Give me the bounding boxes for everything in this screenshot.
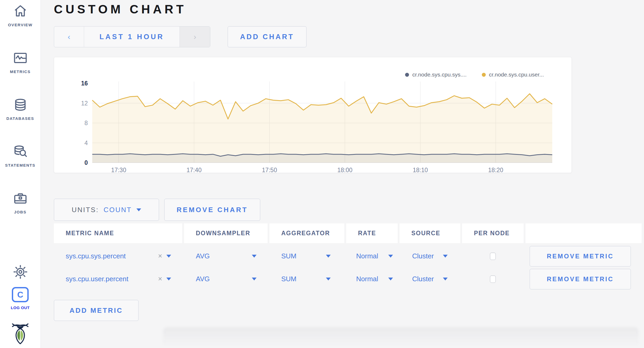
home-icon (13, 4, 28, 20)
per-node-checkbox[interactable] (490, 275, 496, 283)
aggregator-cell: SUM (269, 246, 344, 266)
source-cell: Cluster (400, 246, 460, 266)
settings-button[interactable] (0, 264, 40, 280)
cockroach-bug-icon (12, 323, 29, 346)
sidebar-item-metrics[interactable]: METRICS (0, 50, 40, 74)
legend-item-user[interactable]: cr.node.sys.cpu.user... (482, 71, 544, 78)
sidebar-item-label: OVERVIEW (8, 23, 32, 27)
chart-card: cr.node.sys.cpu.sys.... cr.node.sys.cpu.… (54, 57, 572, 173)
actions-cell: REMOVE METRIC (525, 269, 642, 289)
remove-metric-button[interactable]: REMOVE METRIC (530, 269, 631, 289)
metric-name-select[interactable]: × (158, 275, 182, 283)
column-header-aggregator: AGGREGATOR (269, 223, 344, 243)
clear-icon[interactable]: × (158, 252, 162, 260)
sidebar-item-statements[interactable]: STATEMENTS (0, 144, 40, 167)
chevron-down-icon (136, 208, 141, 211)
chevron-down-icon (443, 255, 448, 258)
time-range-next-button[interactable]: › (180, 27, 210, 47)
x-axis-tick-label: 18:00 (337, 167, 352, 173)
rate-value: Normal (356, 275, 378, 283)
chevron-right-icon: › (194, 32, 196, 41)
aggregator-value: SUM (281, 252, 297, 260)
remove-metric-button[interactable]: REMOVE METRIC (530, 246, 631, 267)
per-node-checkbox[interactable] (490, 253, 496, 260)
column-header-source: SOURCE (400, 223, 460, 243)
legend-label: cr.node.sys.cpu.user... (489, 71, 544, 78)
aggregator-select[interactable] (326, 255, 344, 258)
downsampler-select[interactable] (252, 278, 268, 280)
cockroachdb-logo[interactable] (0, 323, 40, 346)
x-axis-tick-label: 17:50 (262, 167, 277, 173)
column-header-actions (525, 223, 642, 243)
rate-cell: Normal (346, 269, 398, 289)
metric-name-value: sys.cpu.sys.percent (66, 252, 126, 260)
y-axis-tick-label: 0 (84, 159, 88, 166)
clear-icon[interactable]: × (158, 275, 162, 283)
add-metric-button[interactable]: ADD METRIC (54, 300, 139, 321)
aggregator-value: SUM (281, 275, 297, 283)
table-row: sys.cpu.user.percent × AVG SUM Normal (54, 269, 642, 289)
source-value: Cluster (412, 252, 434, 260)
chevron-down-icon (166, 255, 171, 258)
column-header-downsampler: DOWNSAMPLER (184, 223, 268, 243)
x-axis-tick-label: 18:20 (488, 167, 503, 173)
page-title: CUSTOM CHART (54, 2, 644, 16)
add-chart-button[interactable]: ADD CHART (228, 26, 306, 47)
aggregator-cell: SUM (269, 269, 344, 289)
time-range-prev-button[interactable]: ‹ (54, 27, 84, 47)
legend-dot-sys (405, 73, 409, 77)
rate-value: Normal (356, 252, 378, 260)
logout-label: LOG OUT (11, 305, 30, 310)
sidebar-item-overview[interactable]: OVERVIEW (0, 4, 40, 27)
sidebar-item-label: METRICS (10, 69, 31, 74)
statements-icon (13, 144, 28, 160)
legend-dot-user (482, 73, 486, 77)
downsampler-select[interactable] (252, 255, 268, 258)
series-area-sys (92, 154, 552, 163)
downsampler-cell: AVG (184, 269, 268, 289)
sidebar-item-jobs[interactable]: JOBS (0, 191, 40, 214)
metric-name-cell: sys.cpu.sys.percent × (54, 246, 182, 266)
metrics-icon (13, 50, 28, 66)
units-dropdown[interactable]: UNITS: COUNT (54, 199, 159, 221)
chevron-down-icon (326, 278, 331, 280)
chevron-down-icon (166, 278, 171, 280)
column-header-per-node: PER NODE (462, 223, 524, 243)
chart-legend: cr.node.sys.cpu.sys.... cr.node.sys.cpu.… (405, 71, 544, 78)
app-window: OVERVIEW METRICS DATABASES (0, 0, 644, 348)
chevron-down-icon (388, 278, 393, 280)
toolbar: ‹ LAST 1 HOUR › ADD CHART (54, 26, 644, 47)
source-select[interactable] (443, 255, 460, 258)
rate-select[interactable] (388, 255, 398, 258)
x-axis-tick-label: 17:40 (187, 167, 202, 173)
series-area-user (92, 94, 552, 163)
y-axis-tick-label: 4 (84, 140, 88, 146)
chart-options-row: UNITS: COUNT REMOVE CHART (54, 199, 644, 221)
time-range-dropdown[interactable]: LAST 1 HOUR (84, 27, 180, 47)
chevron-down-icon (388, 255, 393, 258)
cockroach-monogram-icon: C (12, 287, 29, 302)
source-select[interactable] (443, 278, 460, 280)
x-axis-tick-label: 18:10 (413, 167, 428, 173)
actions-cell: REMOVE METRIC (525, 246, 642, 266)
rate-select[interactable] (388, 278, 398, 280)
metric-name-select[interactable]: × (158, 252, 182, 260)
chevron-down-icon (443, 278, 448, 280)
metric-name-cell: sys.cpu.user.percent × (54, 269, 182, 289)
chevron-down-icon (252, 278, 257, 280)
sidebar-item-label: DATABASES (6, 116, 34, 121)
main-content: CUSTOM CHART ‹ LAST 1 HOUR › ADD CHART c… (41, 0, 644, 348)
per-node-cell (462, 269, 524, 289)
metric-name-value: sys.cpu.user.percent (66, 275, 128, 283)
table-row: sys.cpu.sys.percent × AVG SUM Normal (54, 246, 642, 266)
legend-item-sys[interactable]: cr.node.sys.cpu.sys.... (405, 71, 467, 78)
metrics-table-header: METRIC NAME DOWNSAMPLER AGGREGATOR RATE … (54, 223, 642, 243)
remove-chart-button[interactable]: REMOVE CHART (164, 199, 260, 221)
metrics-table: METRIC NAME DOWNSAMPLER AGGREGATOR RATE … (54, 223, 642, 289)
sidebar-item-databases[interactable]: DATABASES (0, 97, 40, 121)
logout-button[interactable]: C LOG OUT (0, 287, 40, 310)
aggregator-select[interactable] (326, 278, 344, 280)
sidebar: OVERVIEW METRICS DATABASES (0, 0, 41, 348)
per-node-cell (462, 246, 524, 266)
legend-label: cr.node.sys.cpu.sys.... (412, 71, 467, 78)
